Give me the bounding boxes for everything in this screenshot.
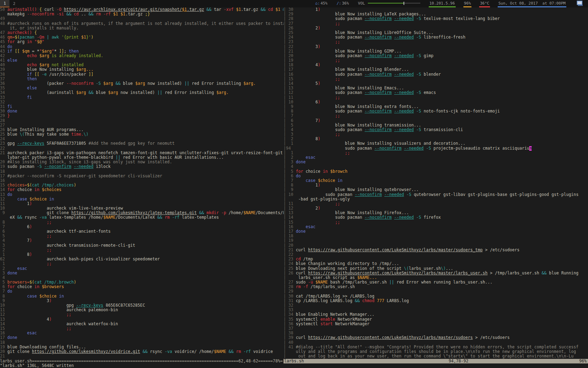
line-number-left: 23 bbox=[0, 141, 7, 146]
code-row: | 1 ;; bbox=[284, 151, 588, 155]
code-token: .. bbox=[79, 12, 89, 16]
code-token: ) bbox=[74, 280, 76, 285]
code-token bbox=[7, 95, 27, 100]
code-token: ) bbox=[318, 206, 320, 211]
line-number-left: 25 bbox=[0, 132, 7, 137]
code-token: https://aur.archlinux.org/cgit/aur.git/s… bbox=[64, 7, 182, 12]
code-token: $1 bbox=[275, 7, 280, 12]
code-row: | 16 sudo pacman --noconfirm --needed -S… bbox=[284, 72, 588, 77]
code-token: -S bbox=[416, 215, 421, 220]
code-token: --recv-keys bbox=[76, 303, 103, 308]
code-token: $choices bbox=[42, 188, 61, 192]
code-token: esac bbox=[27, 331, 37, 335]
disk-home-value: 45% bbox=[321, 1, 328, 6]
line-number-left: 5 bbox=[0, 234, 7, 238]
code-token: -S bbox=[416, 90, 421, 95]
code-row: | 25 blue Downloading next portion of th… bbox=[284, 266, 588, 271]
line-number-left: 5 bbox=[0, 280, 7, 285]
code-token: /usr/bin/packer bbox=[47, 72, 89, 77]
code-token bbox=[86, 90, 89, 95]
code-token bbox=[101, 81, 103, 86]
code-row: |94 sudo pacman --noconfirm --needed -S … bbox=[284, 146, 588, 151]
line-number-right: | 26 bbox=[284, 26, 296, 30]
code-row: 44 do bbox=[0, 45, 284, 49]
code-token: ) bbox=[29, 202, 32, 206]
code-token: ]] bbox=[59, 49, 64, 54]
line-number-left: 12 bbox=[0, 197, 7, 202]
code-row: | 9 blue Now installing extra fonts... bbox=[284, 104, 588, 109]
code-token: -va bbox=[165, 349, 172, 354]
code-token: esac bbox=[306, 155, 315, 160]
code-row: 40 echo $arg not installed bbox=[0, 63, 284, 67]
code-token: sudo pacman bbox=[296, 35, 365, 40]
code-token: https://raw.githubusercontent.com/LukeSm… bbox=[308, 271, 488, 275]
code-row: | 4 sudo pacman --noconfirm --needed -S … bbox=[284, 128, 588, 132]
code-row: | 11 ;; bbox=[284, 202, 588, 206]
right-pane[interactable]: | 30 1)| 29 blue Now installing LaTeX pa… bbox=[284, 7, 588, 359]
code-token: ;; bbox=[47, 248, 51, 252]
code-token bbox=[296, 114, 335, 118]
code-token: start bbox=[320, 322, 332, 326]
code-token: cat /tmp/.browch bbox=[34, 280, 74, 285]
code-token: /home/ bbox=[226, 211, 243, 215]
code-row: 24 bbox=[0, 137, 284, 141]
code-token: done bbox=[296, 160, 306, 164]
code-token: rm bbox=[96, 12, 101, 16]
code-token: browsers= bbox=[7, 280, 29, 285]
line-number-left: 18 bbox=[0, 340, 7, 345]
code-row: | 14 5) bbox=[284, 81, 588, 86]
code-token bbox=[7, 63, 27, 67]
code-token: case bbox=[17, 197, 27, 202]
code-token: && bbox=[89, 12, 93, 16]
volume-fill bbox=[368, 3, 404, 4]
workspace-tag-1[interactable]: 1 bbox=[0, 0, 9, 7]
line-number-left bbox=[0, 155, 7, 160]
code-token bbox=[296, 178, 306, 183]
line-number-left: 12 bbox=[0, 312, 7, 317]
code-token: curl bbox=[296, 271, 308, 275]
code-token: 5 bbox=[296, 81, 318, 86]
code-token: 865E6C87C65285EC bbox=[103, 303, 145, 308]
code-token: -S bbox=[406, 192, 411, 197]
cursor-position: 94,78-92 bbox=[449, 359, 468, 363]
code-row: 36 (packer --noconfirm -S $arg && blue $… bbox=[0, 81, 284, 86]
code-row: | 33 bbox=[284, 308, 588, 312]
code-row: 43 if [[ $qm = *"$arg"* ]]; then bbox=[0, 49, 284, 54]
code-token: rsync bbox=[22, 215, 39, 220]
code-token: red Error with basic AUR installations..… bbox=[120, 155, 224, 160]
code-token: blue Now installing qutebrowser... bbox=[296, 188, 419, 192]
code-row: | 27 sudo -u $NAME bash /tmp/larbs_user.… bbox=[284, 280, 588, 285]
line-number-left: 40 bbox=[0, 63, 7, 67]
workspace-tag-2[interactable]: 2 bbox=[9, 0, 19, 7]
line-number-left bbox=[0, 26, 7, 30]
code-token: time. bbox=[71, 132, 84, 137]
code-row: 7 6) bbox=[0, 225, 284, 229]
code-token: $choice bbox=[318, 178, 335, 183]
code-token: projectm-pulseaudio cmatrix asciiquariu bbox=[431, 146, 529, 151]
code-token: echo bbox=[27, 63, 37, 67]
code-row: 62 aurcheck bash-pipes cli-visualizer sp… bbox=[0, 257, 284, 261]
code-token: -S bbox=[416, 109, 421, 114]
line-number-right: | 41 bbox=[284, 345, 296, 349]
line-number-right: | 11 bbox=[284, 95, 296, 100]
volume-slider[interactable] bbox=[368, 1, 420, 5]
code-row: | 29 blue Now installing LaTeX packages.… bbox=[284, 12, 588, 16]
code-token: && bbox=[229, 349, 233, 354]
code-token: --noconfirm bbox=[365, 54, 392, 58]
line-number-right: | 19 bbox=[284, 58, 296, 63]
left-pane[interactable]: 50 aurinstall() { curl -O https://aur.ar… bbox=[0, 7, 284, 359]
code-row: 11 1) bbox=[0, 202, 284, 206]
code-token: is already installed. bbox=[49, 54, 104, 58]
code-token: in bbox=[27, 40, 32, 44]
code-token: lybar-git python-pywal xfce-theme-blackb… bbox=[7, 155, 115, 160]
code-token bbox=[197, 211, 199, 215]
line-number-right: | 26 bbox=[284, 271, 296, 275]
code-token bbox=[59, 35, 62, 40]
code-token: #aurcheck runs on each of its arguments,… bbox=[7, 21, 284, 26]
code-token: -S bbox=[416, 16, 421, 21]
code-token bbox=[7, 261, 47, 266]
code-token bbox=[280, 7, 283, 12]
code-token: ;; bbox=[345, 151, 350, 155]
code-token: }' bbox=[86, 35, 91, 40]
line-number-right: | 2 bbox=[284, 155, 296, 160]
